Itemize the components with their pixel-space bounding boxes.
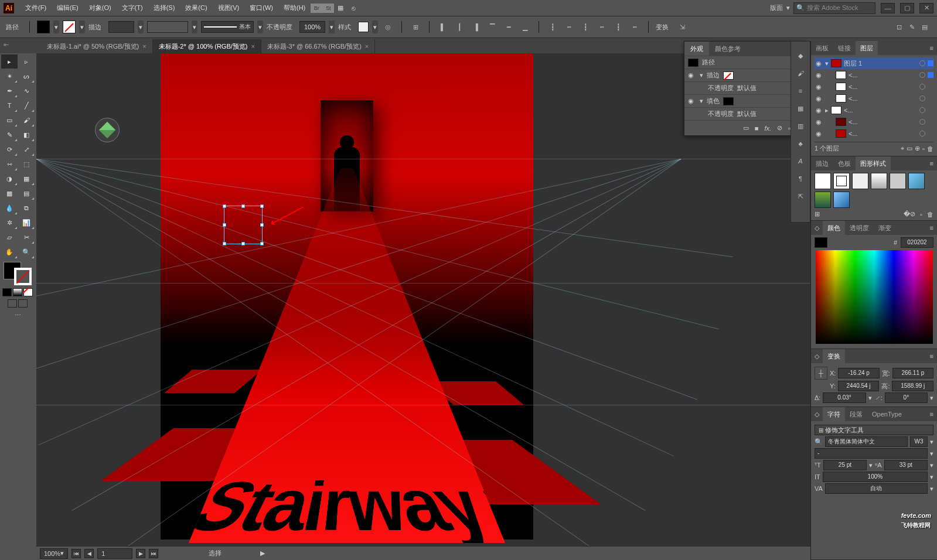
add-fill-icon[interactable]: ■	[755, 125, 759, 132]
symbol-sprayer-tool[interactable]: ✲	[1, 216, 18, 230]
visibility-toggle[interactable]: ◉	[815, 71, 823, 79]
appearance-tab[interactable]: 外观	[684, 42, 709, 56]
sublayer-thumb[interactable]	[836, 83, 846, 91]
maximize-button[interactable]: ▢	[900, 3, 914, 13]
free-transform-tool[interactable]: ⬚	[18, 157, 35, 171]
opacity-field[interactable]: 100%	[299, 21, 325, 33]
gradient-tool[interactable]: ▤	[18, 186, 35, 200]
align-left-icon[interactable]: ▌	[437, 21, 449, 33]
sublayer-thumb[interactable]	[831, 106, 841, 114]
panel-menu-icon[interactable]: ≡	[926, 45, 937, 52]
style-dropdown[interactable]: ▾	[372, 21, 378, 33]
perspective-grid-tool[interactable]: ▦	[18, 172, 35, 186]
visibility-toggle[interactable]: ◉	[815, 107, 823, 114]
close-tab-icon[interactable]: ×	[365, 43, 369, 50]
arrange-icon[interactable]: ▦	[334, 2, 347, 15]
panel-menu-icon[interactable]: ≡	[926, 224, 937, 231]
graphic-styles-tab[interactable]: 图形样式	[856, 156, 891, 170]
menu-help[interactable]: 帮助(H)	[278, 0, 311, 16]
align-bottom-icon[interactable]: ▁	[519, 21, 531, 33]
color-tab[interactable]: 颜色	[823, 221, 845, 235]
dist-v-icon[interactable]: ┅	[563, 21, 575, 33]
brush-dropdown[interactable]: ▾	[257, 21, 263, 33]
menu-object[interactable]: 对象(O)	[84, 0, 117, 16]
width-tool[interactable]: ⇿	[1, 157, 18, 171]
menu-edit[interactable]: 编辑(E)	[52, 0, 84, 16]
menu-effect[interactable]: 效果(C)	[180, 0, 212, 16]
panel-menu-icon[interactable]: ≡	[926, 353, 937, 360]
align-vcenter-icon[interactable]: ━	[502, 21, 515, 33]
color-mode-buttons[interactable]	[1, 288, 34, 296]
menu-view[interactable]: 视图(V)	[213, 0, 245, 16]
pen-tool[interactable]: ✒	[1, 84, 18, 98]
vwp-dropdown[interactable]: ▾	[192, 21, 197, 33]
tabstrip-handle-icon[interactable]: ⇤	[4, 41, 9, 49]
recolor-icon[interactable]: ◎	[381, 21, 394, 33]
selection-tool[interactable]: ▸	[1, 54, 18, 69]
slice-tool[interactable]: ✂	[18, 230, 35, 244]
align-icon[interactable]: ▥	[795, 120, 806, 132]
bridge-icon[interactable]: Br	[311, 4, 322, 13]
sublayer-thumb[interactable]	[836, 118, 846, 126]
direct-selection-tool[interactable]: ▹	[18, 54, 35, 69]
shaper-tool[interactable]: ✎	[1, 128, 18, 142]
styles-library-icon[interactable]: ⊞	[815, 210, 820, 218]
new-sublayer-icon[interactable]: ⊕	[915, 145, 920, 152]
graphic-style-swatch[interactable]	[358, 22, 369, 32]
curvature-tool[interactable]: ∿	[18, 84, 35, 98]
selection-bounding-box[interactable]	[224, 206, 263, 244]
next-artboard-button[interactable]: ▶	[136, 549, 145, 558]
gpu-icon[interactable]: ⎋	[347, 2, 360, 15]
links-tab[interactable]: 链接	[833, 41, 856, 55]
paintbrush-tool[interactable]: 🖌	[18, 113, 35, 127]
color-spectrum[interactable]	[816, 250, 933, 344]
new-style-icon[interactable]: ▫	[920, 211, 922, 218]
layer-name[interactable]: 图层 1	[844, 59, 862, 68]
menu-type[interactable]: 文字(T)	[117, 0, 148, 16]
add-stroke-icon[interactable]: ▭	[743, 124, 749, 132]
font-family-field[interactable]: 冬青黑体简体中文	[825, 436, 908, 447]
paragraph-icon[interactable]: ¶	[795, 173, 806, 185]
w-field[interactable]: 266.11 p	[892, 368, 933, 378]
perspective-plane-widget[interactable]	[95, 118, 120, 142]
pathfinder-icon[interactable]: ♣	[795, 138, 806, 149]
visibility-toggle[interactable]: ◉	[815, 130, 823, 138]
line-tool[interactable]: ╱	[18, 98, 35, 112]
close-tab-icon[interactable]: ×	[251, 43, 254, 50]
transform-flyout-icon[interactable]: ⇲	[676, 21, 689, 33]
layers-tab[interactable]: 图层	[856, 41, 878, 55]
delete-style-icon[interactable]: 🗑	[927, 211, 933, 218]
stock-icon[interactable]: St	[322, 4, 334, 13]
clear-icon[interactable]: ⊘	[777, 124, 782, 132]
export-icon[interactable]: ⇱	[795, 190, 806, 202]
transparency-tab[interactable]: 透明度	[845, 221, 874, 235]
hand-tool[interactable]: ✋	[1, 245, 18, 259]
document-tab[interactable]: 未标题-3* @ 66.67% (RGB/预览)×	[261, 39, 375, 53]
shape-builder-tool[interactable]: ◑	[1, 172, 18, 186]
type-panel-icon[interactable]: A	[795, 155, 806, 167]
delete-layer-icon[interactable]: 🗑	[927, 145, 933, 152]
stroke-none-swatch[interactable]	[723, 71, 734, 80]
fill-dropdown[interactable]: ▾	[53, 21, 59, 33]
dist-v3-icon[interactable]: ┅	[628, 21, 641, 33]
symbols-icon[interactable]: ≡	[795, 85, 806, 97]
locate-icon[interactable]: ⌖	[901, 145, 904, 152]
tracking-field[interactable]: 自动	[825, 483, 928, 494]
options-icon[interactable]: ▤	[918, 21, 931, 33]
document-tab[interactable]: 未标题-1.ai* @ 50% (RGB/预览)×	[41, 39, 153, 53]
appearance-panel[interactable]: 外观 颜色参考 ▸▸ ≡ 路径 ◉▾描边 不透明度默认值 ◉▾填色 不透明度默认…	[684, 41, 807, 136]
make-clip-icon[interactable]: ▭	[907, 145, 912, 152]
stroke-weight-field[interactable]	[108, 21, 134, 33]
vscale-field[interactable]: 100%	[823, 472, 928, 482]
panel-menu-icon[interactable]: ≡	[926, 411, 937, 418]
stroke-swatch[interactable]	[63, 21, 76, 33]
x-field[interactable]: -16.24 p	[838, 368, 879, 378]
sublayer-thumb[interactable]	[836, 129, 846, 138]
dist-h3-icon[interactable]: ┇	[612, 21, 625, 33]
libraries-icon[interactable]: ◆	[795, 50, 806, 62]
dist-h-icon[interactable]: ┇	[546, 21, 559, 33]
target-icon[interactable]	[919, 72, 925, 78]
eyedropper-tool[interactable]: 💧	[1, 201, 18, 215]
brush-definition[interactable]: 基本	[201, 21, 254, 33]
visibility-icon[interactable]: ◉	[688, 97, 696, 105]
